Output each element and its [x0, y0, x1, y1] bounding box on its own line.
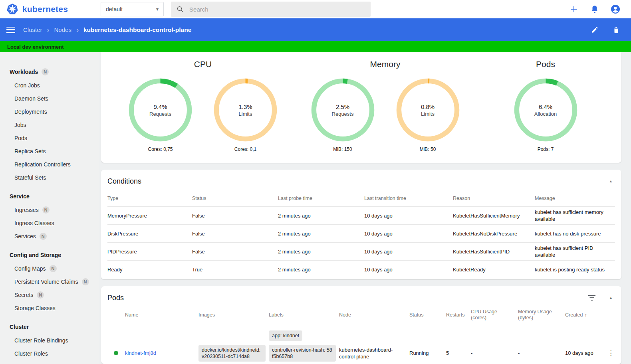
filter-button[interactable]: [588, 295, 595, 301]
condition-probe: 2 minutes ago: [278, 230, 364, 237]
account-button[interactable]: [610, 4, 621, 14]
sidebar-item-stateful-sets[interactable]: Stateful Sets: [0, 171, 99, 184]
pod-node: kubernetes-dashboard-control-plane: [339, 346, 409, 360]
sidebar-item-label: Config Maps: [14, 265, 46, 272]
chart-title: CPU: [194, 59, 212, 69]
column-header-last-transition-time: Last transition time: [364, 196, 453, 201]
gauge-footer: Pods: 7: [538, 146, 554, 152]
sidebar-item-replica-sets[interactable]: Replica Sets: [0, 144, 99, 158]
condition-status: True: [192, 266, 278, 273]
column-header-labels[interactable]: Labels: [269, 312, 339, 318]
delete-button[interactable]: [611, 25, 621, 35]
sidebar-item-cluster-roles[interactable]: Cluster Roles: [0, 347, 99, 360]
sidebar-item-label: Cluster Roles: [14, 350, 48, 357]
sidebar-item-config-maps[interactable]: Config MapsN: [0, 262, 99, 275]
sort-ascending-icon: ↑: [584, 312, 587, 318]
sidebar-item-deployments[interactable]: Deployments: [0, 105, 99, 118]
sidebar-item-secrets[interactable]: SecretsN: [0, 288, 99, 301]
sidebar-section-config-and-storage[interactable]: Config and Storage: [0, 248, 99, 262]
environment-banner-text: Local dev environment: [7, 44, 64, 50]
sidebar-item-cron-jobs[interactable]: Cron Jobs: [0, 79, 99, 92]
gauge-percent: 9.4%: [153, 103, 167, 110]
condition-row-diskpressure: DiskPressureFalse2 minutes ago10 days ag…: [107, 224, 615, 242]
condition-message: kubelet has sufficient memory available: [535, 209, 615, 222]
breadcrumb-nodes[interactable]: Nodes: [54, 26, 71, 33]
sidebar-item-cluster-role-bindings[interactable]: Cluster Role Bindings: [0, 334, 99, 347]
search-input[interactable]: [189, 6, 365, 13]
column-header-name[interactable]: Name: [125, 312, 198, 318]
sidebar-item-daemon-sets[interactable]: Daemon Sets: [0, 92, 99, 105]
column-header-label: Memory Usage (bytes): [518, 309, 552, 320]
column-header-memory-usage-bytes[interactable]: Memory Usage (bytes): [518, 309, 565, 321]
sidebar-section-workloads[interactable]: WorkloadsN: [0, 65, 99, 79]
sidebar-item-storage-classes[interactable]: Storage Classes: [0, 301, 99, 315]
label-chip: app: kindnet: [269, 330, 302, 341]
condition-probe: 2 minutes ago: [278, 248, 364, 255]
new-badge: N: [37, 291, 44, 299]
sidebar-item-label: Pods: [14, 135, 27, 141]
namespace-selector[interactable]: default ▾: [101, 2, 164, 16]
condition-row-ready: ReadyTrue2 minutes ago10 days agoKubelet…: [107, 260, 615, 278]
bell-icon: [590, 5, 599, 14]
sidebar-item-pods[interactable]: Pods: [0, 131, 99, 144]
main-content: CPU9.4%RequestsCores: 0,751.3%LimitsCore…: [99, 52, 631, 364]
edit-button[interactable]: [589, 25, 600, 35]
sidebar-section-service[interactable]: Service: [0, 190, 99, 203]
column-header-restarts[interactable]: Restarts: [446, 312, 471, 318]
search-bar[interactable]: [171, 2, 371, 17]
column-header-node[interactable]: Node: [339, 312, 409, 318]
sidebar-item-ingresses[interactable]: IngressesN: [0, 203, 99, 216]
pod-name-link[interactable]: kindnet-fmj8d: [125, 350, 156, 356]
add-resource-button[interactable]: [569, 4, 579, 14]
sidebar-item-label: Storage Classes: [14, 305, 56, 311]
conditions-title: Conditions: [107, 177, 141, 186]
new-badge: N: [42, 206, 50, 214]
condition-probe: 2 minutes ago: [278, 212, 364, 219]
gauge-percent: 0.8%: [421, 103, 435, 110]
donut-gauge-cpu-limits: 1.3%LimitsCores: 0,1: [212, 77, 278, 152]
pod-actions-cell: ⋮: [607, 349, 615, 357]
gauge-row: 6.4%AllocationPods: 7: [513, 77, 579, 152]
gauge-footer: MiB: 150: [333, 146, 352, 152]
gauge-percent: 6.4%: [539, 103, 552, 110]
sidebar-item-replication-controllers[interactable]: Replication Controllers: [0, 158, 99, 171]
conditions-card-header: Conditions ▲: [101, 170, 621, 190]
gauge-label: Requests: [149, 111, 171, 117]
column-header-label: Restarts: [446, 312, 465, 318]
column-header-status[interactable]: Status: [409, 312, 446, 318]
sidebar-section-cluster[interactable]: Cluster: [0, 320, 99, 334]
sidebar-item-persistent-volume-claims[interactable]: Persistent Volume ClaimsN: [0, 275, 99, 288]
more-options-icon[interactable]: ⋮: [607, 349, 614, 357]
condition-reason: KubeletReady: [453, 266, 535, 273]
new-badge: N: [40, 233, 47, 240]
allocation-charts-card: CPU9.4%RequestsCores: 0,751.3%LimitsCore…: [101, 52, 621, 163]
new-badge: N: [50, 265, 57, 272]
pods-table-body: kindnet-fmj8ddocker.io/kindest/kindnetd:…: [107, 323, 615, 364]
gauge-label: Limits: [421, 111, 435, 117]
column-header-images[interactable]: Images: [198, 312, 269, 318]
column-header-label: CPU Usage (cores): [471, 309, 497, 320]
breadcrumb-cluster[interactable]: Cluster: [23, 26, 42, 33]
column-header-label: Node: [339, 312, 351, 318]
notifications-button[interactable]: [589, 4, 600, 14]
sidebar-item-label: Cluster Role Bindings: [14, 337, 68, 344]
column-header-created[interactable]: Created↑: [565, 312, 607, 318]
column-header-label: Name: [125, 312, 138, 318]
donut-gauge-cpu-requests: 9.4%RequestsCores: 0,75: [127, 77, 193, 152]
gauge-row: 2.5%RequestsMiB: 1500.8%LimitsMiB: 50: [310, 77, 461, 152]
sidebar-item-jobs[interactable]: Jobs: [0, 118, 99, 131]
condition-transition: 10 days ago: [364, 266, 453, 273]
collapse-pods-button[interactable]: ▲: [609, 296, 613, 300]
sidebar-item-services[interactable]: ServicesN: [0, 229, 99, 243]
column-header-cpu-usage-cores[interactable]: CPU Usage (cores): [471, 309, 518, 321]
donut-gauge-pods-allocation: 6.4%AllocationPods: 7: [513, 77, 579, 152]
collapse-conditions-button[interactable]: ▲: [609, 179, 613, 183]
chart-title: Pods: [536, 59, 555, 69]
sidebar-section-label: Cluster: [10, 324, 29, 330]
menu-icon[interactable]: [6, 27, 15, 33]
label-chip: controller-revision-hash: 58f5b657b8: [269, 345, 336, 362]
column-header-reason: Reason: [453, 196, 535, 201]
trash-icon: [613, 26, 620, 34]
topbar-actions: [569, 4, 621, 14]
sidebar-item-ingress-classes[interactable]: Ingress Classes: [0, 216, 99, 229]
